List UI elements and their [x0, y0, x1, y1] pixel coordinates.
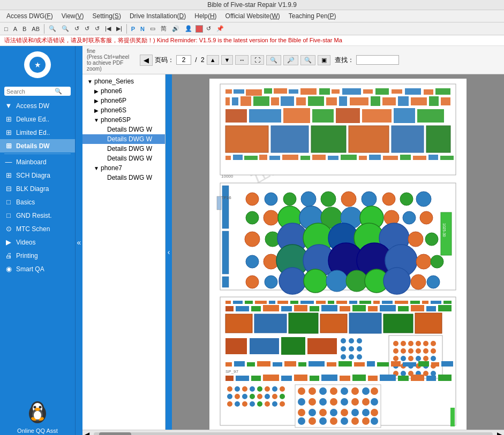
scroll-thumb[interactable] — [99, 432, 131, 436]
svg-point-286 — [298, 387, 305, 395]
sidebar-item-basics[interactable]: □ Basics — [0, 195, 75, 209]
sidebar-logo: ★ — [0, 46, 75, 83]
tb-prev-page[interactable]: |◀ — [103, 24, 113, 33]
svg-rect-17 — [225, 89, 232, 94]
view-mode-btn[interactable]: ▣ — [318, 55, 330, 65]
tb-B[interactable]: B — [20, 25, 28, 33]
tb-person[interactable]: 👤 — [183, 24, 194, 33]
tb-A[interactable]: A — [11, 25, 19, 33]
tree-node-phone6s[interactable]: ▶ phone6S — [82, 105, 165, 115]
tb-next-page[interactable]: ▶| — [114, 24, 124, 33]
tb-pin[interactable]: 📌 — [214, 24, 226, 33]
svg-rect-143 — [269, 301, 275, 304]
tb-search-small[interactable]: 🔍 — [47, 24, 58, 33]
page-number-input[interactable] — [176, 55, 191, 65]
svg-rect-79 — [428, 155, 438, 160]
nav-left-btn[interactable]: ◀ — [140, 55, 153, 66]
menu-help[interactable]: Help(H) — [191, 11, 220, 21]
svg-rect-245 — [225, 376, 234, 381]
tree-node-label: Details DWG W — [107, 126, 152, 133]
sidebar-item-printing[interactable]: 🖨 Printing — [0, 249, 75, 262]
tree-node-phone6[interactable]: ▶ phone6 — [82, 86, 165, 96]
menu-teaching[interactable]: Teaching Pen(P) — [285, 11, 340, 21]
tb-speaker[interactable]: 🔊 — [170, 24, 182, 33]
svg-rect-192 — [250, 338, 279, 354]
tree-node-details-5[interactable]: Details DWG W — [82, 173, 165, 182]
tb-refresh3[interactable]: ↺ — [93, 24, 102, 33]
scroll-track[interactable] — [94, 432, 493, 436]
svg-rect-228 — [247, 362, 255, 367]
sidebar-item-mainboard[interactable]: — Mainboard — [0, 155, 75, 169]
nav-up-btn[interactable]: ▲ — [207, 55, 219, 65]
search-icon[interactable]: 🔍 — [55, 88, 62, 95]
tb-N[interactable]: N — [138, 25, 147, 33]
sidebar-item-details-dw[interactable]: ⊞ Details DW — [0, 139, 75, 152]
tree-node-details-4[interactable]: Details DWG W — [82, 154, 165, 163]
qq-label[interactable]: Online QQ Asst — [17, 428, 58, 434]
tree-node-details-1[interactable]: Details DWG W — [82, 125, 165, 134]
tb-color-box[interactable] — [195, 25, 203, 33]
menu-setting[interactable]: Setting(S) — [89, 11, 124, 21]
tb-P[interactable]: P — [129, 25, 137, 33]
svg-rect-72 — [328, 156, 338, 160]
svg-rect-28 — [375, 88, 389, 95]
sidebar-item-sch-diagra[interactable]: ⊞ SCH Diagra — [0, 169, 75, 182]
nav-down-btn[interactable]: ▼ — [221, 55, 234, 65]
zoom-in-btn[interactable]: 🔍 — [266, 55, 281, 65]
horizontal-scrollbar[interactable]: ◀ ▶ — [82, 430, 504, 435]
menu-access-dwg[interactable]: Access DWG(F) — [3, 11, 56, 21]
svg-point-271 — [242, 394, 247, 399]
sidebar-item-smart-qa[interactable]: ◉ Smart QA — [0, 262, 75, 276]
tree-node-phone6p[interactable]: ▶ phone6P — [82, 96, 165, 105]
tb-search-minus[interactable]: 🔍 — [59, 24, 71, 33]
sidebar-item-gnd-resist[interactable]: □ GND Resist. — [0, 209, 75, 222]
scroll-right-btn[interactable]: ▶ — [495, 431, 504, 436]
menu-drive[interactable]: Drive Installation(D) — [126, 11, 189, 21]
sidebar-item-limited-ed[interactable]: ⊞ Limited Ed.. — [0, 126, 75, 139]
zoom-out-btn[interactable]: 🔎 — [283, 55, 298, 65]
svg-rect-38 — [281, 96, 294, 106]
svg-point-313 — [330, 417, 337, 425]
tree-node-phone6sp[interactable]: ▼ phone6SP — [82, 115, 165, 125]
tree-node-details-2[interactable]: Details DWG W — [82, 134, 165, 144]
collapse-button[interactable]: « — [75, 46, 82, 435]
fit-page-btn[interactable]: ⛶ — [251, 55, 264, 65]
main-layout: ★ 🔍 ▼ Access DW ⊞ Deluxe Ed.. ⊞ Limited … — [0, 46, 504, 435]
svg-point-204 — [408, 348, 413, 354]
tb-refresh4[interactable]: ↺ — [204, 24, 213, 33]
fit-width-btn[interactable]: ↔ — [235, 55, 249, 65]
tb-refresh1[interactable]: ↺ — [72, 24, 81, 33]
tree-node-details-3[interactable]: Details DWG W — [82, 144, 165, 154]
svg-rect-27 — [363, 89, 373, 94]
tb-rect[interactable]: ▭ — [148, 24, 157, 33]
sidebar-item-mtc-schen[interactable]: ⊙ MTC Schen — [0, 222, 75, 235]
svg-point-183 — [349, 338, 354, 344]
svg-rect-75 — [369, 155, 381, 160]
svg-point-182 — [341, 338, 346, 344]
side-toggle-button[interactable]: ‹ — [166, 74, 172, 430]
tree-node-phone-series[interactable]: ▼ phone_Series — [82, 77, 165, 86]
svg-rect-318 — [450, 408, 455, 426]
tb-AB[interactable]: AB — [29, 25, 42, 33]
menu-view[interactable]: View(V) — [58, 11, 87, 21]
tb-chinese[interactable]: 简 — [159, 24, 169, 34]
zoom-reset-btn[interactable]: 🔍 — [300, 55, 315, 65]
sidebar-item-videos[interactable]: ▶ Videos — [0, 235, 75, 249]
title-bar: Bible of Five-star Repair V1.9.9 — [0, 0, 504, 10]
menu-official[interactable]: Official Website(W) — [222, 11, 283, 21]
sidebar-item-blk-diagra[interactable]: ⊟ BLK Diagra — [0, 182, 75, 195]
sidebar-item-deluxe-ed[interactable]: ⊞ Deluxe Ed.. — [0, 112, 75, 126]
tb-new[interactable]: □ — [2, 25, 10, 33]
search-input[interactable] — [6, 88, 55, 95]
tb-refresh2[interactable]: ↺ — [82, 24, 92, 33]
side-toggle-icon: ‹ — [168, 248, 170, 256]
sidebar-item-access-dw[interactable]: ▼ Access DW — [0, 99, 75, 112]
scroll-left-btn[interactable]: ◀ — [82, 431, 92, 436]
svg-rect-42 — [339, 96, 347, 106]
pcb-viewer[interactable]: 五星维修宝典 五星维修宝典 107-3050 107-3050 — [172, 74, 504, 430]
qq-section: Online QQ Asst — [0, 394, 75, 435]
doc-search-input[interactable] — [356, 55, 399, 65]
tree-node-phone7[interactable]: ▼ phone7 — [82, 163, 165, 173]
search-bar[interactable]: 🔍 — [4, 87, 71, 96]
svg-point-126 — [265, 276, 277, 288]
